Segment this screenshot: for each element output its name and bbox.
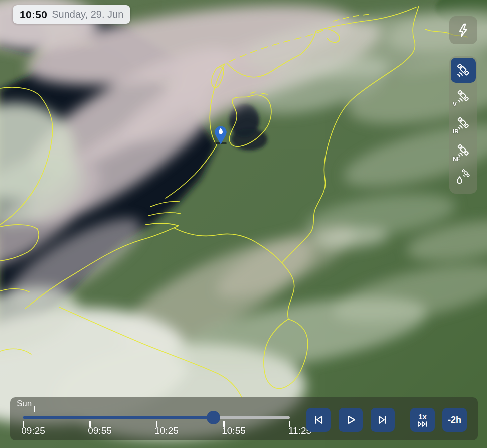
layer-satellite-nightfog[interactable]: NF <box>449 137 477 164</box>
controls-divider <box>403 410 403 430</box>
clock-date: Sunday, 29. Jun <box>52 9 123 20</box>
satellite-icon <box>456 63 471 78</box>
fast-forward-icon <box>417 420 429 428</box>
tick-label: 09:25 <box>21 425 45 436</box>
satellite-icon <box>456 89 471 104</box>
lightning-icon <box>455 22 471 38</box>
slider-handle[interactable] <box>207 411 220 424</box>
layer-satellite-selected[interactable] <box>451 58 476 83</box>
satellite-precip-icon <box>456 169 471 184</box>
layer-panel: V IR NF <box>449 56 477 194</box>
skip-to-end-button[interactable] <box>371 408 395 432</box>
day-start-tick <box>34 406 35 412</box>
tick-label: 10:25 <box>154 425 179 436</box>
lightning-button[interactable] <box>449 16 477 44</box>
layer-satellite-infrared[interactable]: IR <box>449 110 477 137</box>
clock-chip: 10:50 Sunday, 29. Jun <box>13 5 130 24</box>
playback-control-bar: Sun 09:25 09:55 10:25 10:55 11:25 1x <box>10 397 478 440</box>
tick-label: 09:55 <box>88 425 112 436</box>
layer-label-ir: IR <box>453 128 459 134</box>
play-button[interactable] <box>339 408 363 432</box>
layer-label-nf: NF <box>453 156 460 162</box>
layer-satellite-precip[interactable] <box>449 164 477 189</box>
skip-to-end-icon <box>375 412 391 428</box>
skip-to-start-button[interactable] <box>306 408 331 432</box>
offset-label: -2h <box>448 415 461 425</box>
play-icon <box>343 412 359 428</box>
layer-label-v: V <box>453 101 457 107</box>
speed-button[interactable]: 1x <box>410 408 435 432</box>
speed-label: 1x <box>418 413 427 420</box>
skip-to-start-icon <box>310 412 327 428</box>
timeline-day-label: Sun <box>17 399 32 409</box>
clock-time: 10:50 <box>20 9 47 21</box>
tick-labels: 09:25 09:55 10:25 10:55 11:25 <box>23 425 290 437</box>
time-offset-button[interactable]: -2h <box>442 408 467 432</box>
satellite-map[interactable] <box>0 0 487 448</box>
slider-track-filled[interactable] <box>23 416 213 419</box>
layer-satellite-visible[interactable]: V <box>449 83 477 110</box>
tick-label: 10:55 <box>222 425 246 436</box>
time-slider[interactable] <box>23 410 290 427</box>
